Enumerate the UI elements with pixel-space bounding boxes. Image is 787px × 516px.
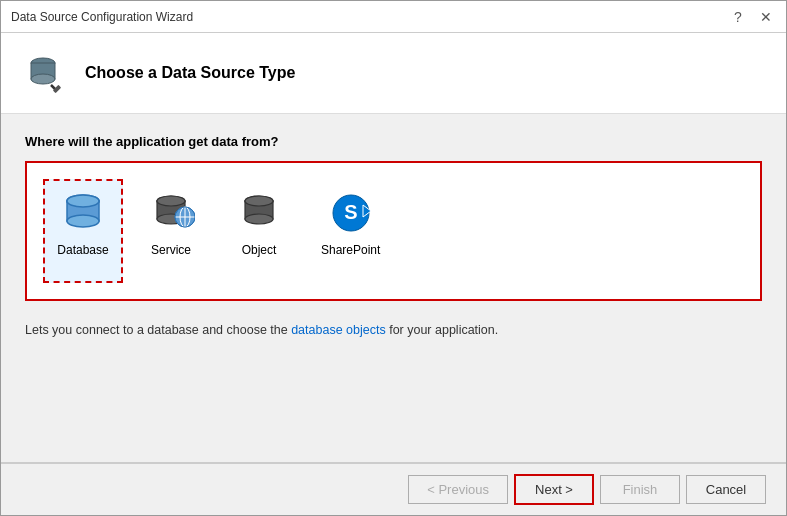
titlebar-controls: ? ✕ bbox=[728, 7, 776, 27]
header-section: Choose a Data Source Type bbox=[1, 33, 786, 114]
sharepoint-label: SharePoint bbox=[321, 243, 380, 257]
next-button[interactable]: Next > bbox=[514, 474, 594, 505]
svg-point-20 bbox=[245, 214, 273, 224]
titlebar: Data Source Configuration Wizard ? ✕ bbox=[1, 1, 786, 33]
description-link[interactable]: database objects bbox=[291, 323, 386, 337]
object-icon bbox=[235, 189, 283, 237]
content-section: Where will the application get data from… bbox=[1, 114, 786, 462]
datasource-object[interactable]: Object bbox=[219, 179, 299, 283]
datasource-database[interactable]: Database bbox=[43, 179, 123, 283]
datasource-sharepoint[interactable]: S SharePoint bbox=[307, 179, 394, 283]
object-label: Object bbox=[242, 243, 277, 257]
cancel-button[interactable]: Cancel bbox=[686, 475, 766, 504]
wizard-header-icon bbox=[21, 49, 69, 97]
datasource-service[interactable]: Service bbox=[131, 179, 211, 283]
svg-point-21 bbox=[245, 196, 273, 206]
close-button[interactable]: ✕ bbox=[756, 7, 776, 27]
header-title: Choose a Data Source Type bbox=[85, 64, 295, 82]
finish-button[interactable]: Finish bbox=[600, 475, 680, 504]
wizard-window: Data Source Configuration Wizard ? ✕ Cho… bbox=[0, 0, 787, 516]
question-label: Where will the application get data from… bbox=[25, 134, 762, 149]
svg-point-2 bbox=[31, 74, 55, 84]
description-text-after: for your application. bbox=[386, 323, 499, 337]
database-plug-icon bbox=[23, 51, 67, 95]
service-label: Service bbox=[151, 243, 191, 257]
help-button[interactable]: ? bbox=[728, 7, 748, 27]
svg-text:S: S bbox=[344, 201, 357, 223]
window-title: Data Source Configuration Wizard bbox=[11, 10, 193, 24]
sharepoint-icon: S bbox=[327, 189, 375, 237]
svg-point-8 bbox=[67, 195, 99, 207]
database-icon bbox=[59, 189, 107, 237]
database-label: Database bbox=[57, 243, 108, 257]
datasource-grid: Database Service bbox=[25, 161, 762, 301]
description-text-before: Lets you connect to a database and choos… bbox=[25, 323, 291, 337]
description-text: Lets you connect to a database and choos… bbox=[25, 317, 762, 344]
svg-point-7 bbox=[67, 215, 99, 227]
footer: < Previous Next > Finish Cancel bbox=[1, 463, 786, 515]
service-icon bbox=[147, 189, 195, 237]
previous-button[interactable]: < Previous bbox=[408, 475, 508, 504]
svg-point-12 bbox=[157, 196, 185, 206]
